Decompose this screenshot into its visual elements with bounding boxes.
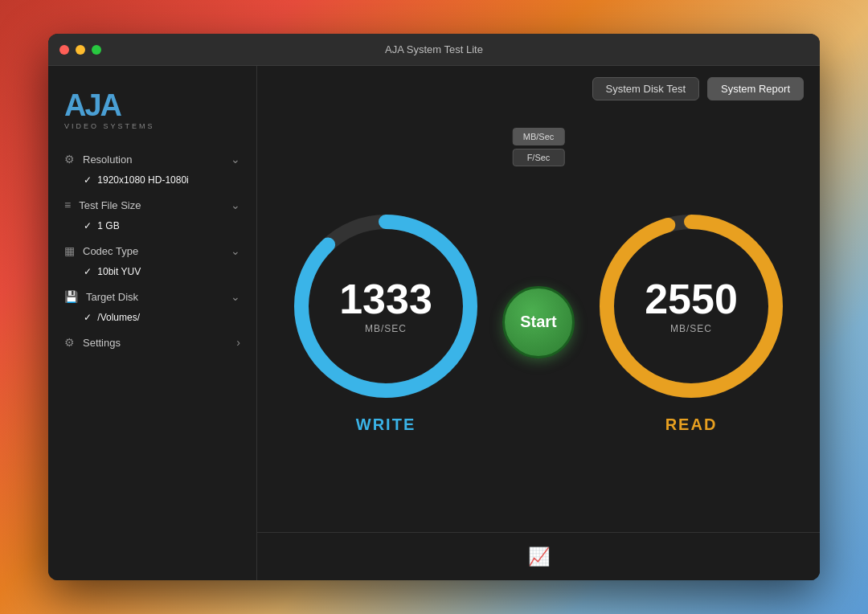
mb-sec-button[interactable]: MB/Sec	[513, 128, 565, 145]
target-disk-value-text: /Volumes/	[97, 312, 140, 323]
start-button[interactable]: Start	[502, 286, 575, 358]
aja-logo-subtitle: VIDEO SYSTEMS	[64, 122, 240, 130]
aja-logo: AJA VIDEO SYSTEMS	[48, 82, 256, 146]
write-gauge-inner: 1333 MB/SEC	[289, 210, 482, 403]
read-gauge-inner: 2550 MB/SEC	[595, 210, 788, 403]
resolution-icon: ⚙	[64, 153, 75, 166]
settings-chevron-icon: ›	[236, 336, 240, 349]
read-gauge-ring: 2550 MB/SEC	[595, 210, 788, 403]
system-report-button[interactable]: System Report	[707, 77, 804, 100]
system-disk-test-button[interactable]: System Disk Test	[592, 77, 699, 100]
settings-icon: ⚙	[64, 336, 75, 349]
write-gauge-ring: 1333 MB/SEC	[289, 210, 482, 403]
start-button-container: Start	[482, 286, 595, 358]
resolution-chevron-icon: ⌄	[231, 153, 240, 166]
test-file-size-selected-value: ✓ 1 GB	[48, 218, 256, 238]
unit-selector: MB/Sec F/Sec	[513, 128, 565, 166]
codec-type-value-text: 10bit YUV	[97, 266, 141, 277]
window-title: AJA System Test Lite	[385, 43, 483, 55]
minimize-button[interactable]	[76, 45, 85, 55]
write-gauge-label: WRITE	[356, 415, 416, 434]
read-gauge-container: 2550 MB/SEC READ	[595, 210, 788, 434]
right-panel: System Disk Test System Report MB/Sec F/…	[257, 66, 820, 580]
test-file-size-value-text: 1 GB	[97, 220, 119, 231]
sidebar-item-settings[interactable]: ⚙ Settings ›	[48, 330, 256, 355]
bottom-bar: 📈	[257, 532, 820, 580]
sidebar: AJA VIDEO SYSTEMS ⚙ Resolution ⌄ ✓ 1920x…	[48, 66, 257, 580]
target-disk-selected-value: ✓ /Volumes/	[48, 309, 256, 330]
test-file-size-label: Test File Size	[79, 199, 141, 211]
resolution-label: Resolution	[83, 154, 132, 166]
codec-type-icon: ▦	[64, 244, 75, 257]
write-gauge-value: 1333	[339, 278, 432, 320]
target-disk-icon: 💾	[64, 290, 78, 303]
close-button[interactable]	[59, 45, 69, 55]
f-sec-button[interactable]: F/Sec	[513, 149, 565, 166]
sidebar-item-codec-type[interactable]: ▦ Codec Type ⌄	[48, 238, 256, 264]
write-gauge-unit: MB/SEC	[365, 323, 407, 334]
fullscreen-button[interactable]	[92, 45, 101, 55]
settings-label: Settings	[83, 337, 121, 349]
codec-type-chevron-icon: ⌄	[231, 244, 240, 257]
read-gauge-unit: MB/SEC	[670, 323, 712, 334]
sidebar-item-target-disk[interactable]: 💾 Target Disk ⌄	[48, 284, 256, 309]
codec-type-label: Codec Type	[83, 245, 138, 257]
write-gauge-container: 1333 MB/SEC WRITE	[289, 210, 482, 434]
aja-logo-letters: AJA	[64, 90, 240, 121]
read-gauge-label: READ	[665, 415, 718, 434]
read-gauge-value: 2550	[645, 278, 738, 320]
resolution-selected-value: ✓ 1920x1080 HD-1080i	[48, 172, 256, 192]
test-file-size-chevron-icon: ⌄	[231, 199, 240, 211]
target-disk-chevron-icon: ⌄	[231, 290, 240, 303]
codec-type-selected-value: ✓ 10bit YUV	[48, 264, 256, 284]
resolution-value-text: 1920x1080 HD-1080i	[97, 174, 188, 186]
sidebar-item-resolution[interactable]: ⚙ Resolution ⌄	[48, 146, 256, 172]
gauges-area: MB/Sec F/Sec 1333 MB/SEC	[257, 112, 820, 532]
traffic-lights	[59, 45, 101, 55]
sidebar-item-test-file-size[interactable]: ≡ Test File Size ⌄	[48, 192, 256, 218]
chart-icon[interactable]: 📈	[528, 546, 550, 567]
title-bar: AJA System Test Lite	[48, 34, 820, 66]
toolbar: System Disk Test System Report	[257, 66, 820, 112]
test-file-size-icon: ≡	[64, 199, 71, 211]
target-disk-label: Target Disk	[86, 291, 138, 303]
